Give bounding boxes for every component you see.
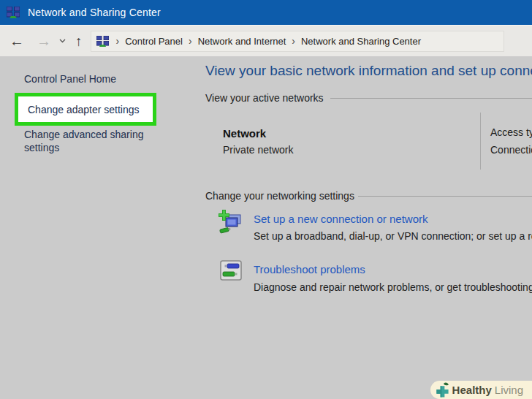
breadcrumb-control-panel[interactable]: Control Panel (125, 36, 183, 47)
navigation-bar: ← → ↑ › Control Panel › Network and Inte… (0, 25, 532, 56)
sidebar-item-change-adapter-settings[interactable]: Change adapter settings (28, 104, 140, 115)
address-bar[interactable]: › Control Panel › Network and Internet ›… (91, 31, 504, 52)
breadcrumb-separator-icon: › (189, 36, 192, 46)
page-title: View your basic network information and … (205, 63, 532, 79)
new-connection-icon (218, 210, 243, 237)
network-type: Private network (223, 144, 293, 156)
connections-label: Connections: (490, 144, 532, 156)
access-type-label: Access type: (490, 126, 532, 138)
highlight-box: Change adapter settings (15, 93, 156, 126)
breadcrumb-network-and-internet[interactable]: Network and Internet (198, 36, 286, 47)
troubleshoot-problems-description: Diagnose and repair network problems, or… (254, 281, 532, 293)
recent-pages-chevron-icon[interactable] (59, 39, 66, 43)
sidebar-item-change-advanced-sharing-settings[interactable]: Change advanced sharing settings (24, 128, 164, 155)
setup-new-connection-description: Set up a broadband, dial-up, or VPN conn… (254, 230, 532, 242)
breadcrumb-network-and-sharing-center[interactable]: Network and Sharing Center (301, 36, 421, 47)
setup-new-connection-link[interactable]: Set up a new connection or network (254, 213, 428, 225)
healthy-living-cross-icon (436, 382, 449, 398)
troubleshoot-problems-link[interactable]: Troubleshoot problems (254, 263, 365, 276)
up-button[interactable]: ↑ (75, 34, 83, 48)
forward-button[interactable]: → (37, 34, 51, 48)
section-rule (358, 196, 532, 197)
watermark-text-regular: Living (495, 384, 523, 396)
sidebar-item-control-panel-home[interactable]: Control Panel Home (24, 73, 116, 85)
network-icon (96, 36, 109, 47)
network-sharing-center-window: Network and Sharing Center ← → ↑ › Contr… (0, 0, 532, 399)
active-networks-section-label: View your active networks (205, 92, 324, 104)
section-rule (330, 98, 532, 99)
network-name: Network (223, 127, 266, 140)
content-area: Control Panel Home Change adapter settin… (0, 56, 532, 399)
troubleshoot-icon (220, 260, 242, 284)
breadcrumb-separator-icon: › (116, 36, 120, 46)
breadcrumb-separator-icon: › (292, 36, 295, 46)
title-bar: Network and Sharing Center (0, 0, 532, 25)
networking-settings-section-label: Change your networking settings (205, 190, 354, 202)
back-button[interactable]: ← (10, 34, 24, 48)
window-title: Network and Sharing Center (28, 7, 161, 18)
healthy-living-watermark: Healthy Living (430, 381, 532, 399)
watermark-text-bold: Healthy (452, 384, 492, 396)
network-details-divider (480, 113, 481, 170)
network-icon (7, 7, 20, 18)
